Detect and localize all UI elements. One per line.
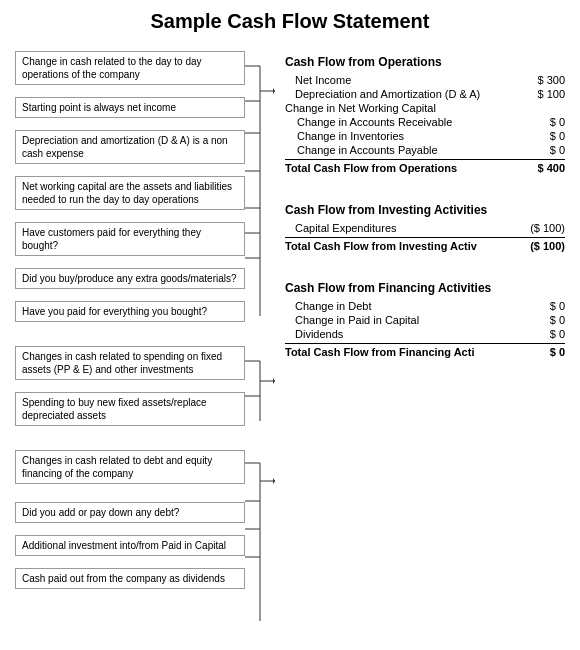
note-operations-7: Have you paid for everything you bought?: [15, 301, 245, 322]
note-financing-2: Did you add or pay down any debt?: [15, 502, 245, 523]
connector-lines: [245, 51, 275, 650]
line-debt: Change in Debt $ 0: [285, 299, 565, 313]
notes-column: Change in cash related to the day to day…: [15, 51, 245, 595]
total-investing: Total Cash Flow from Investing Activ ($ …: [285, 237, 565, 253]
line-nwc-header: Change in Net Working Capital: [285, 101, 565, 115]
investing-section: Cash Flow from Investing Activities Capi…: [285, 199, 565, 253]
svg-marker-21: [273, 478, 275, 484]
note-investing-2: Spending to buy new fixed assets/replace…: [15, 392, 245, 426]
page-title: Sample Cash Flow Statement: [15, 10, 565, 33]
line-net-income: Net Income $ 300: [285, 73, 565, 87]
total-financing: Total Cash Flow from Financing Acti $ 0: [285, 343, 565, 359]
operations-section: Cash Flow from Operations Net Income $ 3…: [285, 51, 565, 175]
note-financing-3: Additional investment into/from Paid in …: [15, 535, 245, 556]
line-inventories: Change in Inventories $ 0: [285, 129, 565, 143]
line-paid-in-capital: Change in Paid in Capital $ 0: [285, 313, 565, 327]
financing-header: Cash Flow from Financing Activities: [285, 281, 565, 295]
total-operations: Total Cash Flow from Operations $ 400: [285, 159, 565, 175]
line-ar: Change in Accounts Receivable $ 0: [285, 115, 565, 129]
note-operations-6: Did you buy/produce any extra goods/mate…: [15, 268, 245, 289]
svg-marker-9: [273, 88, 275, 94]
note-investing-1: Changes in cash related to spending on f…: [15, 346, 245, 380]
note-operations-1: Change in cash related to the day to day…: [15, 51, 245, 85]
operations-header: Cash Flow from Operations: [285, 55, 565, 69]
investing-header: Cash Flow from Investing Activities: [285, 203, 565, 217]
financing-section: Cash Flow from Financing Activities Chan…: [285, 277, 565, 359]
svg-marker-14: [273, 378, 275, 384]
note-operations-3: Depreciation and amortization (D & A) is…: [15, 130, 245, 164]
line-dividends: Dividends $ 0: [285, 327, 565, 341]
financial-data-column: Cash Flow from Operations Net Income $ 3…: [275, 51, 565, 595]
line-capex: Capital Expenditures ($ 100): [285, 221, 565, 235]
note-financing-1: Changes in cash related to debt and equi…: [15, 450, 245, 484]
note-financing-4: Cash paid out from the company as divide…: [15, 568, 245, 589]
note-operations-2: Starting point is always net income: [15, 97, 245, 118]
note-operations-5: Have customers paid for everything they …: [15, 222, 245, 256]
line-ap: Change in Accounts Payable $ 0: [285, 143, 565, 157]
note-operations-4: Net working capital are the assets and l…: [15, 176, 245, 210]
line-depreciation: Depreciation and Amortization (D & A) $ …: [285, 87, 565, 101]
